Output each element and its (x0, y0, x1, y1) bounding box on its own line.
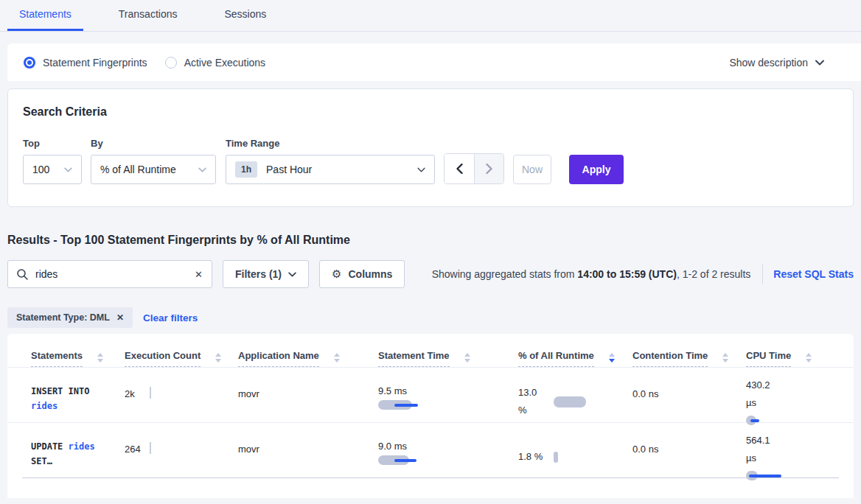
statement-link[interactable]: rides (69, 441, 95, 452)
statement-search-box[interactable]: ✕ (7, 260, 212, 288)
statements-table: Statements Execution Count Application N… (7, 334, 854, 498)
chevron-down-icon (815, 60, 824, 66)
runtime-pct-bar (554, 452, 558, 463)
sort-icon[interactable] (806, 353, 812, 363)
filter-chip-statement-type[interactable]: Statement Type: DML ✕ (7, 307, 133, 328)
results-toolbar: ✕ Filters (1) ⚙ Columns Showing aggregat… (7, 260, 854, 288)
column-header-statement-time[interactable]: Statement Time (378, 350, 518, 367)
statement-time-bar (378, 400, 445, 410)
column-header-runtime-pct[interactable]: % of All Runtime (518, 350, 632, 367)
vertical-divider (762, 264, 763, 284)
clear-filters-link[interactable]: Clear filters (143, 312, 198, 323)
top-select-value: 100 (32, 164, 49, 175)
show-description-toggle[interactable]: Show description (729, 57, 845, 69)
cpu-time-bar (746, 416, 812, 425)
tab-transactions[interactable]: Transactions (107, 0, 189, 31)
execution-count-cell: 2k (125, 368, 238, 425)
chevron-down-icon (198, 167, 206, 172)
aggregated-stats-text: Showing aggregated stats from 14:00 to 1… (432, 268, 751, 280)
contention-time-cell: 0.0 ns (632, 368, 746, 425)
now-button[interactable]: Now (513, 155, 551, 184)
radio-statement-fingerprints-label: Statement Fingerprints (43, 57, 147, 69)
cpu-time-cell: 430.2 µs (746, 368, 854, 425)
gear-icon: ⚙ (332, 267, 341, 281)
radio-selected-icon[interactable] (24, 57, 35, 69)
time-range-value: Past Hour (266, 164, 312, 175)
view-toggle-band: Statement Fingerprints Active Executions… (7, 43, 861, 81)
chevron-down-icon (288, 272, 296, 277)
filter-chip-row: Statement Type: DML ✕ Clear filters (7, 307, 854, 328)
sort-icon[interactable] (215, 353, 221, 363)
column-header-statements[interactable]: Statements (31, 350, 125, 367)
results-heading: Results - Top 100 Statement Fingerprints… (7, 234, 854, 247)
tab-sessions[interactable]: Sessions (212, 0, 278, 31)
statement-time-cell: 9.5 ms (378, 368, 518, 425)
search-icon (17, 269, 28, 280)
statement-link[interactable]: rides (31, 401, 57, 411)
radio-statement-fingerprints[interactable]: Statement Fingerprints (24, 57, 147, 69)
stats-area: Showing aggregated stats from 14:00 to 1… (432, 264, 854, 284)
time-range-badge: 1h (235, 161, 257, 178)
time-range-select[interactable]: 1h Past Hour (226, 155, 435, 184)
by-select[interactable]: % of All Runtime (91, 155, 216, 184)
sql-activity-tabs: Statements Transactions Sessions (0, 0, 861, 32)
filters-button[interactable]: Filters (1) (223, 260, 309, 288)
cpu-time-bar (746, 471, 812, 480)
execution-count-bar (150, 387, 151, 399)
sort-icon[interactable] (464, 353, 470, 363)
top-select[interactable]: 100 (23, 155, 82, 184)
chevron-left-icon (456, 164, 463, 174)
execution-count-bar (150, 442, 151, 454)
chevron-down-icon (64, 167, 72, 172)
columns-button[interactable]: ⚙ Columns (319, 260, 405, 288)
search-criteria-panel: Search Criteria Top 100 By % of All Runt… (7, 88, 854, 207)
top-label: Top (23, 138, 91, 149)
column-header-cpu-time[interactable]: CPU Time (746, 350, 854, 367)
application-name-cell: movr (238, 368, 378, 425)
tab-statements[interactable]: Statements (7, 0, 83, 31)
radio-unselected-icon[interactable] (165, 57, 177, 69)
time-range-label: Time Range (226, 138, 435, 149)
table-row[interactable]: UPDATE rides SET… 264 movr 9.0 ms 1.8 % … (7, 422, 854, 477)
apply-button[interactable]: Apply (569, 155, 624, 184)
runtime-pct-cell: 1.8 % (518, 423, 632, 480)
filters-button-label: Filters (1) (235, 268, 282, 280)
cpu-time-cell: 564.1 µs (746, 423, 854, 480)
chevron-right-icon (486, 164, 492, 174)
column-header-contention-time[interactable]: Contention Time (632, 350, 746, 367)
remove-filter-icon[interactable]: ✕ (116, 312, 124, 323)
prev-time-range-button[interactable] (445, 154, 474, 183)
table-header-row: Statements Execution Count Application N… (7, 334, 854, 367)
column-header-execution-count[interactable]: Execution Count (125, 350, 238, 367)
sort-icon[interactable] (722, 353, 728, 363)
column-header-application-name[interactable]: Application Name (238, 350, 378, 367)
filter-chip-label: Statement Type: DML (16, 312, 110, 323)
runtime-pct-bar (554, 396, 586, 407)
search-criteria-title: Search Criteria (23, 105, 838, 119)
execution-count-cell: 264 (125, 423, 238, 480)
clear-search-icon[interactable]: ✕ (195, 269, 203, 280)
sort-icon-active-desc[interactable] (609, 353, 615, 363)
sort-icon[interactable] (334, 353, 340, 363)
runtime-pct-cell: 13.0 % (518, 368, 632, 425)
application-name-cell: movr (238, 423, 378, 480)
reset-sql-stats-link[interactable]: Reset SQL Stats (773, 268, 854, 280)
search-input[interactable] (35, 268, 195, 280)
columns-button-label: Columns (348, 268, 392, 280)
time-range-arrows (444, 153, 504, 184)
show-description-label: Show description (729, 57, 808, 69)
contention-time-cell: 0.0 ns (632, 423, 746, 480)
table-row[interactable]: INSERT INTO rides 2k movr 9.5 ms 13.0 % … (7, 367, 854, 422)
statement-time-cell: 9.0 ms (378, 423, 518, 480)
by-select-value: % of All Runtime (100, 164, 176, 175)
sort-icon[interactable] (97, 353, 103, 363)
next-time-range-button[interactable] (474, 154, 503, 183)
statement-time-bar (378, 455, 445, 465)
radio-active-executions[interactable]: Active Executions (165, 57, 266, 69)
statement-cell[interactable]: INSERT INTO rides (31, 368, 125, 425)
by-label: By (91, 138, 226, 149)
radio-active-executions-label: Active Executions (184, 57, 266, 69)
chevron-down-icon (417, 167, 425, 172)
statement-cell[interactable]: UPDATE rides SET… (31, 423, 125, 480)
